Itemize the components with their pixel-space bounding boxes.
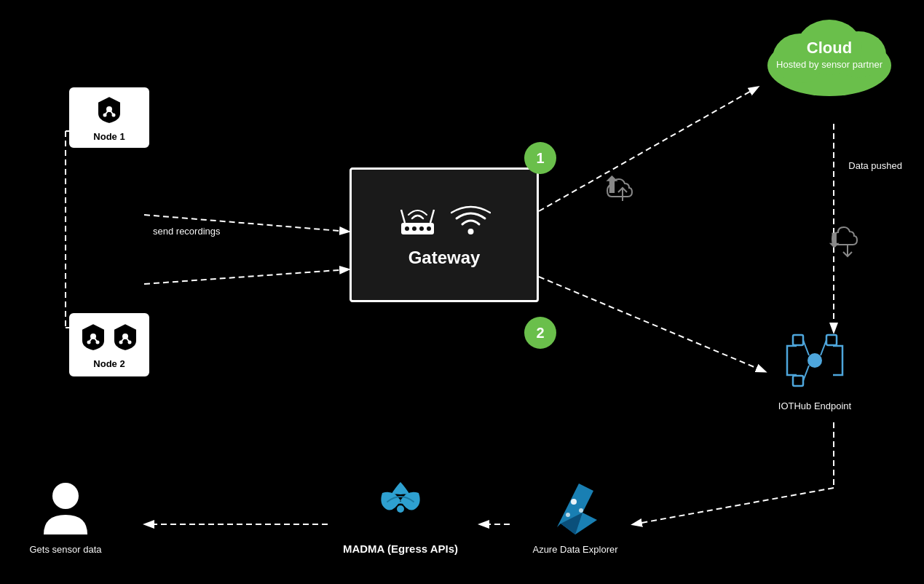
- svg-point-46: [579, 508, 583, 513]
- svg-point-38: [807, 353, 822, 368]
- azure-label: Azure Data Explorer: [510, 544, 641, 555]
- user-container: Gets sensor data: [22, 480, 109, 555]
- node2-box: Node 2: [69, 313, 149, 376]
- router-icon: [398, 202, 438, 239]
- svg-point-23: [95, 341, 99, 344]
- cloud-subtitle: Hosted by sensor partner: [771, 59, 888, 71]
- azure-container: Azure Data Explorer: [510, 480, 641, 555]
- madma-container: MADMA (Egress APIs): [328, 478, 473, 555]
- svg-line-6: [539, 277, 765, 371]
- download-cloud-icon: [829, 226, 866, 261]
- gateway-icons: [398, 202, 491, 239]
- download-cloud-svg: [829, 226, 866, 259]
- upload-cloud-svg: [604, 173, 641, 206]
- svg-point-30: [419, 226, 424, 231]
- diagram: ⬆ ⬇ Cloud Hosted by sensor partner Data …: [0, 0, 924, 584]
- svg-point-47: [566, 513, 570, 517]
- svg-point-31: [427, 226, 431, 231]
- svg-line-5: [539, 87, 757, 211]
- data-pushed-label: Data pushed: [848, 160, 902, 171]
- gateway-label: Gateway: [408, 248, 481, 268]
- svg-point-19: [103, 114, 107, 117]
- node2-label: Node 2: [75, 358, 143, 369]
- svg-point-28: [405, 226, 409, 231]
- step1-number: 1: [536, 150, 544, 167]
- step2-circle: 2: [524, 317, 556, 349]
- wifi-icon: [451, 202, 491, 239]
- node1-sensor-icon: [95, 95, 124, 125]
- svg-point-25: [119, 341, 123, 344]
- node1-box: Node 1: [69, 87, 149, 148]
- svg-rect-37: [793, 376, 803, 386]
- user-label: Gets sensor data: [22, 544, 109, 555]
- svg-line-41: [803, 366, 809, 381]
- user-icon: [40, 480, 91, 538]
- iothub-container: IOTHub Endpoint: [764, 328, 866, 411]
- madma-icon: [371, 478, 430, 537]
- svg-line-1: [144, 269, 348, 284]
- cloud-container: Cloud Hosted by sensor partner: [749, 7, 909, 102]
- node2-sensor-icon-bottom: [111, 322, 140, 352]
- madma-label: MADMA (Egress APIs): [328, 542, 473, 555]
- svg-line-32: [401, 210, 405, 223]
- svg-rect-36: [826, 335, 837, 345]
- svg-point-26: [128, 341, 132, 344]
- svg-line-39: [803, 340, 809, 355]
- cloud-label: Cloud Hosted by sensor partner: [771, 38, 888, 71]
- svg-line-9: [633, 488, 834, 524]
- svg-point-22: [87, 341, 90, 344]
- cloud-title: Cloud: [771, 38, 888, 59]
- svg-line-33: [430, 210, 434, 223]
- step2-number: 2: [536, 325, 544, 342]
- svg-rect-35: [793, 335, 803, 345]
- gateway-box: Gateway: [350, 167, 539, 302]
- svg-point-48: [52, 483, 79, 509]
- svg-point-42: [397, 505, 404, 513]
- step1-circle: 1: [524, 142, 556, 174]
- node2-sensor-icon-top: [79, 322, 108, 352]
- azure-icon: [546, 480, 604, 538]
- iothub-label: IOTHub Endpoint: [764, 400, 866, 411]
- upload-cloud-icon: [604, 173, 641, 209]
- send-recordings-label: send recordings: [153, 226, 221, 237]
- svg-point-34: [468, 229, 474, 234]
- svg-point-20: [112, 114, 116, 117]
- svg-line-40: [821, 340, 826, 355]
- iothub-icon: [778, 328, 851, 393]
- node1-label: Node 1: [75, 131, 143, 142]
- svg-point-45: [571, 499, 577, 505]
- cloud-shape: Cloud Hosted by sensor partner: [757, 7, 902, 102]
- svg-point-29: [412, 226, 416, 231]
